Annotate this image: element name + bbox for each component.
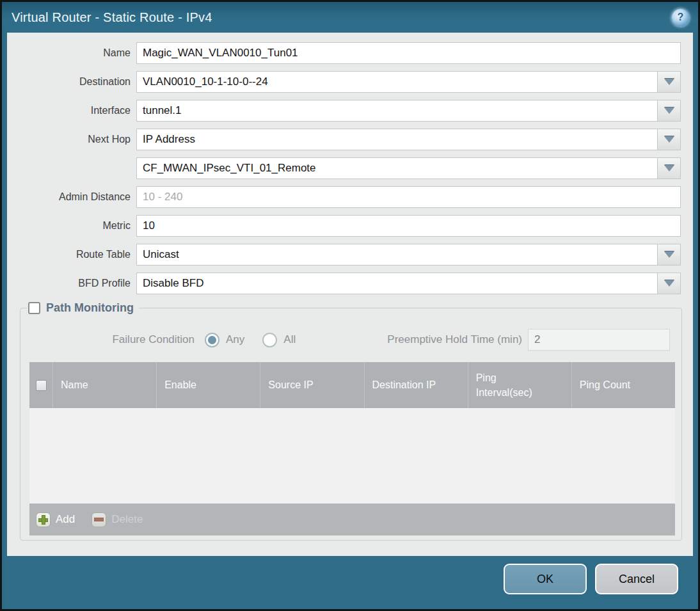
admin-distance-row: Admin Distance [7,186,681,208]
table-header-destination-ip[interactable]: Destination IP [365,362,468,408]
chevron-down-icon [664,251,674,258]
failure-condition-all-option[interactable]: All [262,333,296,347]
route-table-input[interactable] [136,244,658,266]
name-input[interactable] [136,42,681,64]
dialog-titlebar: Virtual Router - Static Route - IPv4 ? [2,2,698,33]
name-label: Name [7,47,136,59]
next-hop-address-dropdown-button[interactable] [658,157,681,179]
path-monitoring-table: Name Enable Source IP Destination IP Pin… [29,362,675,536]
chevron-down-icon [664,280,674,287]
name-row: Name [7,42,681,64]
failure-condition-any-label: Any [226,333,244,346]
table-header-name[interactable]: Name [53,362,157,408]
add-plus-icon [36,512,51,527]
dialog-footer: OK Cancel [2,556,698,609]
bfd-profile-label: BFD Profile [7,278,136,289]
dialog-title: Virtual Router - Static Route - IPv4 [12,10,212,25]
metric-label: Metric [7,220,136,232]
chevron-down-icon [664,165,674,171]
metric-input[interactable] [136,215,681,237]
dialog-body: Name Destination Interface [7,33,693,556]
route-table-label: Route Table [7,249,136,260]
chevron-down-icon [664,136,674,143]
destination-dropdown-button[interactable] [658,71,681,93]
destination-label: Destination [7,76,136,88]
table-header-row: Name Enable Source IP Destination IP Pin… [29,362,675,408]
path-monitoring-title: Path Monitoring [46,301,134,315]
interface-dropdown-button[interactable] [658,100,681,122]
table-header-ping-count[interactable]: Ping Count [572,362,675,408]
radio-unselected-icon [262,333,277,347]
failure-condition-label: Failure Condition [27,333,195,346]
chevron-down-icon [664,79,674,85]
ok-button[interactable]: OK [504,564,587,594]
interface-input[interactable] [136,100,658,122]
admin-distance-label: Admin Distance [7,191,136,203]
bfd-profile-row: BFD Profile [7,273,681,294]
static-route-dialog: Virtual Router - Static Route - IPv4 ? N… [0,0,700,611]
table-header-enable[interactable]: Enable [157,362,260,408]
next-hop-row: Next Hop [7,129,681,150]
admin-distance-input[interactable] [136,186,681,208]
metric-row: Metric [7,215,681,237]
bfd-profile-input[interactable] [136,273,658,294]
destination-input[interactable] [136,71,658,93]
path-monitoring-legend: Path Monitoring [27,301,139,315]
radio-selected-icon [205,333,219,347]
bfd-profile-dropdown-button[interactable] [658,273,681,294]
delete-button[interactable]: Delete [91,512,143,527]
destination-row: Destination [7,71,681,93]
route-table-dropdown-button[interactable] [658,244,681,266]
help-icon[interactable]: ? [672,9,689,26]
delete-minus-icon [91,512,106,527]
next-hop-label: Next Hop [7,134,136,145]
next-hop-type-input[interactable] [136,129,658,150]
failure-condition-row: Failure Condition Any All Preemptive Hol… [27,329,675,351]
path-monitoring-checkbox[interactable] [28,302,40,314]
next-hop-address-row [7,157,681,179]
cancel-button[interactable]: Cancel [595,564,678,594]
failure-condition-any-option[interactable]: Any [205,333,244,347]
table-body-empty [29,408,675,504]
route-table-row: Route Table [7,244,681,266]
failure-condition-all-label: All [283,333,296,346]
preemptive-hold-time-input[interactable] [528,329,670,351]
add-button[interactable]: Add [36,512,75,527]
select-all-checkbox[interactable] [36,380,47,391]
next-hop-address-input[interactable] [136,157,658,179]
static-route-form: Name Destination Interface [7,33,693,294]
interface-label: Interface [7,105,136,116]
path-monitoring-section: Path Monitoring Failure Condition Any Al… [20,301,682,541]
interface-row: Interface [7,100,681,122]
table-header-source-ip[interactable]: Source IP [260,362,364,408]
table-footer: Add Delete [29,504,675,536]
next-hop-type-dropdown-button[interactable] [658,129,681,150]
chevron-down-icon [664,107,674,114]
table-header-select-all [29,362,53,408]
table-header-ping-interval[interactable]: Ping Interval(sec) [468,362,572,408]
preemptive-hold-time-group: Preemptive Hold Time (min) [387,329,670,351]
preemptive-hold-time-label: Preemptive Hold Time (min) [387,333,522,346]
